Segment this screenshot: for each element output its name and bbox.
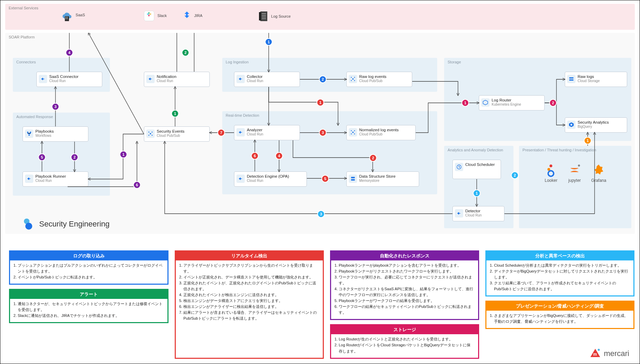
cloud-run-icon	[236, 75, 245, 83]
svg-point-34	[354, 130, 355, 131]
subzone-label-analytics: Analytics and Anomaly Detection	[448, 148, 503, 152]
tool-jupyter: jupyter	[568, 163, 581, 183]
ext-logsource: Log Source	[258, 11, 291, 23]
node-playbooks: PlaybooksWorkflows	[23, 126, 88, 142]
svg-point-33	[351, 130, 352, 131]
svg-point-30	[351, 80, 352, 81]
node-detector: DetectorCloud Run	[452, 206, 504, 221]
legend-ingest: ログの取り込み プッシュアクションまたはプルアクションのいずれかによってコレクタ…	[9, 250, 168, 285]
svg-point-27	[352, 78, 354, 80]
subzone-label-connectors: Connectors	[16, 60, 36, 64]
node-dss: Data Structure StoreMemorystore	[346, 171, 419, 187]
svg-rect-37	[351, 177, 355, 178]
svg-rect-5	[147, 14, 149, 15]
legend-auto: 自動化されたレスポンス Playbookランナーがplaybookアクションを含…	[330, 250, 479, 320]
svg-point-31	[354, 80, 355, 81]
svg-rect-1	[66, 17, 66, 18]
cloud-run-icon	[25, 175, 33, 183]
svg-rect-38	[351, 179, 355, 180]
badge-ingest-1: 1	[265, 38, 273, 46]
node-log-router: Log RouterKubernetes Engine	[479, 95, 545, 110]
subzone-label-automated: Automated Response	[16, 115, 53, 119]
svg-point-62	[25, 223, 32, 230]
ext-slack: Slack	[144, 11, 167, 21]
svg-point-26	[152, 135, 153, 136]
tool-grafana: Grafana	[591, 163, 606, 183]
gke-icon	[481, 98, 490, 107]
node-analyzer: AnalyzerCloud Run	[234, 125, 300, 140]
svg-rect-42	[569, 79, 573, 80]
svg-point-17	[548, 171, 554, 176]
node-scheduler: Cloud Scheduler	[452, 160, 501, 179]
badge-auto-4: 4	[66, 49, 73, 56]
cloud-run-icon	[455, 209, 463, 217]
ext-jira-label: JIRA	[194, 14, 202, 18]
zone-soar-platform: SOAR Platform Connectors Automated Respo…	[5, 33, 635, 234]
badge-auto-2: 2	[71, 153, 78, 161]
badge-auto-5: 5	[38, 153, 46, 161]
badge-rt-2: 2	[369, 154, 377, 162]
badge-auto-6: 6	[133, 181, 141, 189]
badge-rt-5: 5	[321, 175, 329, 183]
svg-text:m: m	[593, 352, 597, 357]
node-playbook-runner: Playbook RunnerCloud Run	[23, 171, 88, 187]
svg-rect-3	[66, 18, 66, 19]
workflows-icon	[25, 130, 33, 138]
node-bigquery: Security AnalyticsBigQuery	[565, 117, 627, 133]
badge-rt-1: 1	[317, 99, 324, 106]
svg-point-23	[148, 132, 149, 133]
badge-alert-2: 2	[182, 49, 189, 56]
legend-storage: ストレージ Log Routerが生のイベントと正規化されたイベントを受信します…	[330, 324, 479, 358]
ext-saas-label: SaaS	[76, 13, 85, 17]
branding-mercari: m mercari	[589, 348, 629, 359]
zone-external-services: External Services SaaS Slack JIRA Log So…	[5, 4, 635, 30]
subzone-label-storage: Storage	[448, 60, 461, 64]
svg-point-64	[598, 349, 600, 351]
svg-point-25	[148, 135, 149, 136]
badge-rt-4: 4	[275, 152, 283, 160]
badge-anal-1: 1	[473, 189, 481, 197]
legend-present: プレゼンテーション/脅威ハンティング/調査 さまざまなアプリケーションがBigQ…	[485, 301, 634, 329]
memorystore-icon	[349, 175, 357, 183]
cloud-run-icon	[146, 75, 155, 83]
svg-point-28	[351, 77, 352, 78]
svg-point-32	[352, 132, 354, 133]
badge-alert-1: 1	[171, 110, 179, 117]
badge-store-2: 2	[549, 99, 557, 107]
svg-rect-10	[259, 12, 261, 20]
cloud-run-icon	[236, 175, 245, 183]
node-detection: Detection Engine (OPA)Cloud Run	[234, 171, 307, 187]
svg-point-24	[152, 132, 153, 133]
node-raw-log-events: Raw log eventsCloud Pub/Sub	[346, 72, 412, 87]
node-notification: NotificationCloud Run	[144, 72, 210, 87]
svg-rect-8	[148, 15, 149, 16]
ext-logsource-label: Log Source	[271, 14, 291, 18]
svg-point-18	[578, 165, 580, 167]
subzone-label-ingestion: Log Ingestion	[226, 60, 249, 64]
badge-auto-3: 3	[52, 103, 59, 110]
svg-point-20	[30, 132, 31, 133]
pubsub-icon	[146, 130, 155, 138]
svg-point-22	[150, 133, 151, 134]
subzone-label-realtime: Real-time Detection	[226, 113, 259, 117]
node-saas-connector: SaaS ConnectorCloud Run	[36, 72, 102, 87]
badge-anal-2: 2	[511, 171, 519, 179]
badge-anal-3: 3	[317, 210, 325, 218]
badge-pres-1: 1	[584, 137, 591, 144]
svg-point-36	[354, 133, 355, 134]
ext-slack-label: Slack	[157, 14, 167, 18]
cloud-run-icon	[236, 128, 245, 136]
badge-auto-1: 1	[120, 151, 127, 158]
branding-security-engineering: Security Engineering	[23, 218, 110, 230]
svg-point-15	[550, 165, 552, 167]
svg-rect-41	[569, 77, 573, 78]
badge-rt-3: 3	[319, 129, 327, 136]
pubsub-icon	[349, 75, 357, 83]
ext-jira: JIRA	[182, 11, 202, 21]
svg-point-29	[354, 77, 355, 78]
badge-rt-7: 7	[217, 129, 225, 136]
svg-point-21	[28, 134, 30, 136]
zone-label-external: External Services	[9, 6, 38, 10]
pubsub-icon	[349, 128, 357, 136]
svg-marker-40	[483, 100, 487, 105]
